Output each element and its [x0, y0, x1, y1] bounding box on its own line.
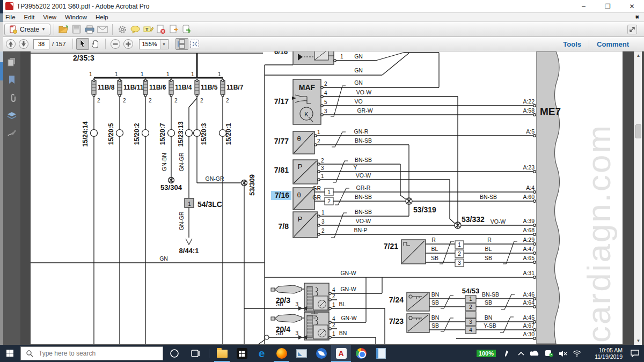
taskbar-photo-viewer[interactable] [291, 345, 311, 362]
minimize-button[interactable]: – [572, 0, 596, 12]
diagram-label: 15/20:1 [225, 123, 232, 145]
start-button[interactable] [0, 345, 20, 362]
taskbar-search[interactable] [20, 346, 163, 360]
delete-pages-button[interactable] [155, 24, 167, 35]
menu-window[interactable]: Window [61, 14, 91, 20]
next-page-button[interactable] [17, 38, 30, 50]
thunderbird-icon [316, 348, 327, 359]
task-view-button[interactable] [186, 345, 206, 362]
zoom-in-button[interactable] [122, 38, 135, 50]
taskbar-edge[interactable]: e [252, 345, 272, 362]
menu-bar: File Edit View Window Help ✖ [0, 13, 644, 22]
pen-tray-icon[interactable] [500, 345, 514, 362]
taskbar-notepad[interactable] [371, 345, 391, 362]
ecu-pin-a4: A:4 [526, 184, 535, 191]
diagram-label: 3 [324, 108, 327, 114]
diagram-label: MAF [299, 83, 316, 92]
extract-pages-button[interactable] [167, 24, 180, 35]
diagram-label: SB [431, 322, 439, 329]
diagram-label: 1 [332, 331, 335, 337]
menu-view[interactable]: View [39, 14, 61, 20]
taskbar-chrome[interactable] [351, 345, 371, 362]
menu-edit[interactable]: Edit [20, 14, 39, 20]
zoom-out-button[interactable] [109, 38, 122, 50]
taskbar-file-explorer[interactable] [212, 345, 232, 362]
onedrive-cloud-icon[interactable] [528, 345, 542, 362]
component-7-23: 7/23 [389, 317, 404, 326]
battery-status-badge[interactable]: 100% [477, 350, 496, 357]
maximize-button[interactable]: ❐ [596, 0, 620, 12]
ecu-pin-a29: A:29 [523, 237, 535, 243]
tools-panel-button[interactable]: Tools [555, 40, 589, 48]
close-menubar-icon[interactable]: ✖ [635, 14, 644, 20]
save-button[interactable] [70, 24, 83, 35]
taskbar-acrobat-active[interactable]: A [331, 345, 351, 362]
edge-icon: e [259, 347, 265, 360]
ecu-pin-a65: A:65 [523, 255, 535, 261]
navigation-toolbar: / 157 ▼ Tools Comment [0, 37, 644, 51]
toolbar-resize-button[interactable] [626, 24, 639, 35]
diagram-label: P [298, 215, 303, 223]
email-button[interactable] [96, 24, 109, 35]
scroll-up-icon[interactable]: ▲ [634, 51, 642, 60]
ecu-pin-a68: A:68 [523, 227, 535, 233]
device-status-icon[interactable] [542, 345, 556, 362]
previous-page-button[interactable] [4, 38, 17, 50]
fit-page-button[interactable] [188, 38, 201, 50]
chevron-down-icon: ▼ [41, 27, 46, 32]
action-center-button[interactable] [626, 345, 644, 362]
zoom-level-input[interactable] [140, 41, 160, 47]
bookmarks-icon[interactable] [8, 75, 16, 85]
title-bar: TP3955202 2001 S60.pdf - Adobe Acrobat P… [0, 0, 644, 13]
wifi-icon[interactable] [570, 345, 584, 362]
page-thumbnails-icon[interactable] [7, 57, 17, 67]
taskbar-thunderbird[interactable] [311, 345, 331, 362]
taskbar-clock[interactable]: 10:05 AM 11/19/2019 [587, 347, 623, 360]
search-input[interactable] [38, 349, 145, 358]
page-count-label: / 157 [52, 41, 66, 47]
signatures-icon[interactable] [7, 129, 17, 137]
comment-panel-button[interactable]: Comment [589, 40, 636, 48]
screen: TP3955202 2001 S60.pdf - Adobe Acrobat P… [0, 0, 644, 362]
attachments-icon[interactable] [8, 93, 16, 103]
diagram-label: BN [431, 291, 440, 298]
taskbar-microsoft-store[interactable] [232, 345, 252, 362]
settings-gear-button[interactable] [116, 24, 129, 35]
open-file-button[interactable] [57, 24, 70, 35]
scrollbar-thumb[interactable] [635, 124, 641, 138]
diagram-label: 3 [321, 219, 325, 225]
diagram-label: BN-SB [355, 209, 372, 215]
system-tray: 100% 10:05 AM 11/19/2019 [477, 345, 644, 362]
cortana-button[interactable] [163, 345, 186, 362]
page-number-input[interactable] [33, 39, 49, 49]
hidden-icons-chevron[interactable] [514, 345, 528, 362]
select-tool-button[interactable] [76, 38, 89, 50]
scroll-down-icon[interactable]: ▼ [634, 337, 642, 345]
module-me7: ME7 [540, 106, 561, 117]
menu-help[interactable]: Help [91, 14, 113, 20]
zoom-dropdown-button[interactable]: ▼ [160, 40, 168, 49]
file-explorer-icon [217, 350, 228, 358]
print-button[interactable] [83, 24, 96, 35]
component-54-3lc: 54/3LC [197, 200, 222, 209]
comment-bubble-button[interactable] [129, 24, 142, 35]
volume-muted-icon[interactable] [556, 345, 570, 362]
hand-tool-button[interactable] [89, 38, 102, 50]
pdf-page[interactable]: cardiagn.com [31, 51, 623, 344]
tray-time: 10:05 AM [587, 347, 623, 353]
splice-symbol-53-309 [241, 180, 247, 186]
search-icon [26, 350, 33, 357]
highlight-text-button[interactable]: T [142, 24, 155, 35]
vertical-scrollbar[interactable]: ▲ ▼ [634, 51, 642, 345]
connector-11b-5: 11B/5 [201, 84, 218, 91]
diagram-label: VO-W [356, 218, 371, 224]
taskbar-firefox[interactable] [272, 345, 291, 362]
layers-icon[interactable] [7, 112, 17, 120]
ecu-pin-a5: A:5 [526, 128, 535, 135]
diagram-label: 2 [324, 81, 327, 87]
export-pdf-button[interactable] [180, 24, 193, 35]
scrolling-mode-button[interactable] [175, 38, 188, 50]
close-button[interactable]: ✕ [620, 0, 644, 12]
diagram-label: θ [297, 135, 301, 143]
create-button[interactable]: Create ▼ [4, 24, 50, 35]
